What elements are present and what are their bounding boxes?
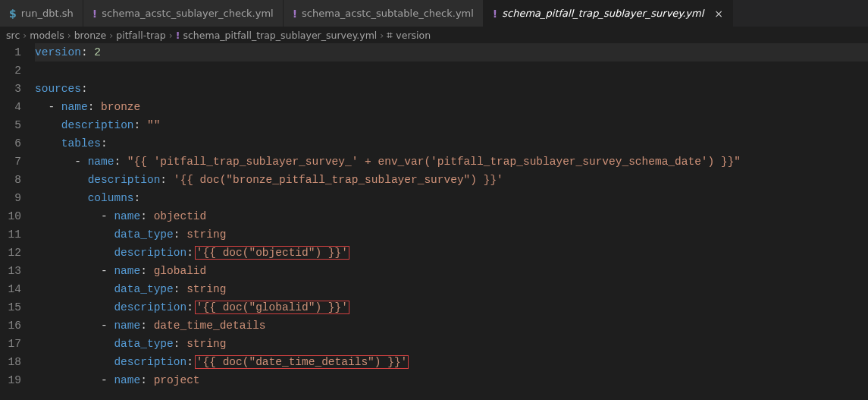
token-p: : — [81, 46, 94, 58]
chevron-right-icon: › — [67, 30, 71, 41]
line-number: 2 — [0, 61, 21, 80]
token-k: data_type — [114, 338, 173, 350]
token-k: data_type — [114, 228, 173, 241]
shell-file-icon: $ — [9, 8, 17, 20]
breadcrumb-segment[interactable]: models — [30, 30, 64, 41]
token-p: : — [134, 192, 141, 204]
line-number: 4 — [0, 98, 21, 116]
code-line[interactable]: description: '{{ doc("bronze_pitfall_tra… — [35, 171, 868, 189]
token-s: '{{ doc("bronze_pitfall_trap_sublayer_su… — [174, 174, 503, 186]
yaml-file-icon: ! — [176, 30, 180, 41]
token-p: : — [174, 283, 186, 295]
token-p: : — [174, 228, 186, 241]
code-content[interactable]: version: 2sources: - name: bronze descri… — [35, 43, 868, 389]
token-p: - — [101, 320, 114, 332]
code-line[interactable]: - name: date_time_details — [35, 317, 868, 335]
token-p: : — [160, 174, 173, 186]
tab-label: run_dbt.sh — [21, 8, 74, 19]
token-k: data_type — [114, 283, 173, 295]
code-line[interactable] — [35, 61, 868, 80]
token-k: version — [35, 46, 81, 58]
tab-2[interactable]: !schema_acstc_subtable_check.yml — [284, 0, 484, 27]
tab-0[interactable]: $run_dbt.sh — [0, 0, 83, 27]
token-s: '{{ doc("date_time_details") }}' — [195, 355, 409, 369]
code-line[interactable]: description:'{{ doc("date_time_details")… — [35, 353, 868, 371]
token-s: objectid — [154, 210, 207, 222]
symbol-icon: ⌗ — [387, 29, 393, 42]
token-p: - — [101, 210, 114, 222]
line-number: 8 — [0, 171, 21, 189]
line-number: 3 — [0, 80, 21, 98]
line-number: 15 — [0, 298, 21, 317]
line-number: 1 — [0, 43, 21, 61]
line-number: 10 — [0, 207, 21, 225]
token-k: description — [114, 247, 186, 259]
breadcrumb-segment[interactable]: src — [6, 30, 20, 41]
token-s: date_time_details — [154, 320, 266, 332]
code-line[interactable]: - name: objectid — [35, 207, 868, 225]
code-line[interactable]: tables: — [35, 134, 868, 153]
token-p: : — [88, 101, 101, 113]
token-s: "{{ 'pitfall_trap_sublayer_survey_' + en… — [127, 156, 741, 168]
token-k: description — [88, 174, 161, 186]
token-s: "" — [147, 119, 160, 131]
token-k: tables — [61, 137, 101, 150]
token-p: : — [174, 338, 186, 350]
code-line[interactable]: columns: — [35, 189, 868, 207]
line-number: 14 — [0, 280, 21, 298]
tab-1[interactable]: !schema_acstc_sublayer_check.yml — [83, 0, 284, 27]
line-number: 9 — [0, 189, 21, 207]
token-k: name — [88, 156, 114, 168]
tab-label: schema_acstc_subtable_check.yml — [302, 8, 474, 19]
yaml-file-icon: ! — [92, 8, 97, 20]
chevron-right-icon: › — [23, 30, 27, 41]
chevron-right-icon: › — [169, 30, 173, 41]
tab-3[interactable]: !schema_pitfall_trap_sublayer_survey.yml… — [484, 0, 733, 27]
token-n: 2 — [94, 46, 101, 58]
line-number: 6 — [0, 134, 21, 153]
line-number: 5 — [0, 116, 21, 134]
code-line[interactable]: description:'{{ doc("globalid") }}' — [35, 298, 868, 317]
code-line[interactable]: - name: bronze — [35, 98, 868, 116]
breadcrumb-file[interactable]: schema_pitfall_trap_sublayer_survey.yml — [183, 30, 377, 41]
line-number: 12 — [0, 244, 21, 262]
breadcrumb-segment[interactable]: bronze — [74, 30, 107, 41]
code-line[interactable]: data_type: string — [35, 280, 868, 298]
token-p: : — [140, 210, 153, 222]
code-line[interactable]: description:'{{ doc("objectid") }}' — [35, 244, 868, 262]
token-s: globalid — [154, 265, 207, 277]
code-line[interactable]: - name: "{{ 'pitfall_trap_sublayer_surve… — [35, 153, 868, 171]
breadcrumb-symbol[interactable]: version — [396, 30, 431, 41]
token-p: : — [134, 119, 147, 131]
code-line[interactable]: description: "" — [35, 116, 868, 134]
token-p: - — [48, 101, 61, 113]
token-s: string — [186, 283, 226, 295]
line-number: 16 — [0, 317, 21, 335]
tab-bar: $run_dbt.sh!schema_acstc_sublayer_check.… — [0, 0, 868, 27]
token-p: : — [114, 156, 127, 168]
code-line[interactable]: - name: project — [35, 371, 868, 389]
code-line[interactable]: data_type: string — [35, 225, 868, 244]
token-k: description — [114, 301, 186, 313]
token-p: : — [186, 301, 193, 313]
close-icon[interactable]: × — [714, 8, 723, 20]
code-line[interactable]: sources: — [35, 80, 868, 98]
editor[interactable]: 12345678910111213141516171819 version: 2… — [0, 43, 868, 389]
chevron-right-icon: › — [109, 30, 113, 41]
code-line[interactable]: version: 2 — [35, 43, 868, 61]
code-line[interactable]: - name: globalid — [35, 262, 868, 280]
token-p: - — [101, 265, 114, 277]
token-s: bronze — [101, 101, 140, 113]
token-p: : — [140, 320, 153, 332]
breadcrumb-segment[interactable]: pitfall-trap — [116, 30, 165, 41]
tab-label: schema_acstc_sublayer_check.yml — [102, 8, 273, 19]
token-p: - — [101, 374, 114, 386]
breadcrumb[interactable]: src›models›bronze›pitfall-trap›!schema_p… — [0, 27, 868, 43]
code-line[interactable]: data_type: string — [35, 335, 868, 353]
tab-label: schema_pitfall_trap_sublayer_survey.yml — [502, 8, 703, 19]
token-k: name — [114, 210, 140, 222]
token-s: '{{ doc("globalid") }}' — [195, 301, 349, 314]
token-k: name — [114, 320, 140, 332]
token-p: : — [186, 247, 193, 259]
token-p: - — [74, 156, 87, 168]
